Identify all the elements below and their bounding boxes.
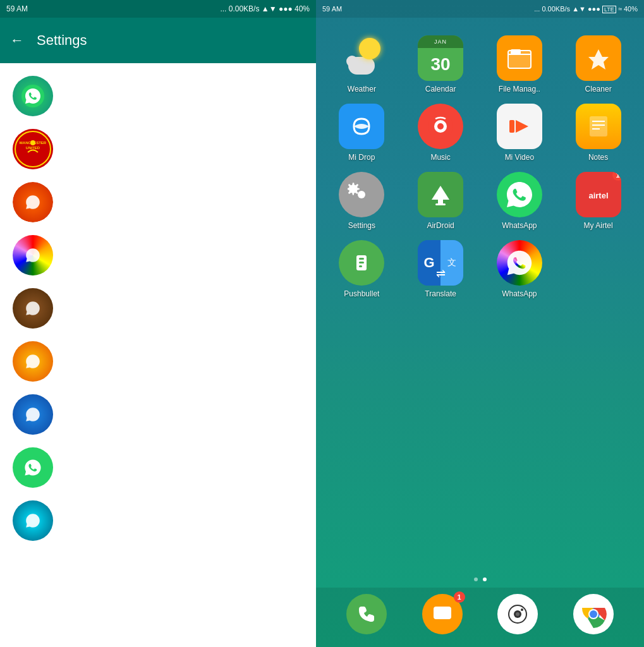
list-item[interactable] xyxy=(0,229,316,282)
app-label-filemanager: File Manag.. xyxy=(499,85,540,94)
app-item-whatsapp2[interactable]: WhatsApp xyxy=(480,235,559,303)
app-item-myairtel[interactable]: 1 airtel My Airtel xyxy=(559,167,638,235)
app-item-mivideo[interactable]: Mi Video xyxy=(480,99,559,167)
left-panel: 59 AM ... 0.00KB/s ▲▼ ●●● 40% ← Settings… xyxy=(0,0,316,647)
svg-point-4 xyxy=(30,140,35,145)
svg-point-11 xyxy=(437,123,444,130)
app-item-pushbullet[interactable]: Pushbullet xyxy=(322,235,401,303)
app-item-cleaner[interactable]: Cleaner xyxy=(559,30,638,99)
app-icon-music xyxy=(418,104,463,149)
app-icon-whatsapp2 xyxy=(497,240,542,286)
app-icon-notes xyxy=(576,104,621,149)
app-icon-yellow xyxy=(13,341,53,382)
dock-chrome[interactable] xyxy=(573,594,614,634)
network-status: ... 0.00KB/s ▲▼ ●●● LTE ≈ 40% xyxy=(534,5,638,13)
app-item-airdroid[interactable]: AirDroid xyxy=(401,167,480,235)
app-icon-viber xyxy=(13,500,53,541)
app-item-translate[interactable]: G 文 ⇌ Translate xyxy=(401,235,480,303)
app-icon-brown xyxy=(13,288,53,329)
app-item-weather[interactable]: Weather xyxy=(322,30,401,99)
svg-rect-13 xyxy=(509,120,514,133)
app-label-weather: Weather xyxy=(348,85,376,94)
dock-phone[interactable] xyxy=(346,594,387,634)
app-label-cleaner: Cleaner xyxy=(585,85,612,94)
app-icon-whatsapp1 xyxy=(497,172,542,217)
messages-badge: 1 xyxy=(454,591,465,603)
app-icon-whatsapp-top xyxy=(13,76,53,116)
svg-text:UNITED: UNITED xyxy=(26,146,40,150)
dock-messages[interactable]: 1 xyxy=(422,594,463,634)
svg-rect-20 xyxy=(438,200,443,203)
app-item-settings[interactable]: Settings xyxy=(322,167,401,235)
app-item-music[interactable]: Music xyxy=(401,99,480,167)
app-label-music: Music xyxy=(430,153,450,162)
svg-point-35 xyxy=(590,610,597,618)
list-item[interactable] xyxy=(0,176,316,229)
app-icon-midrop xyxy=(339,104,384,149)
app-icon-filemanager xyxy=(497,35,542,81)
right-panel: 59 AM ... 0.00KB/s ▲▼ ●●● LTE ≈ 40% Weat… xyxy=(316,0,644,647)
svg-marker-19 xyxy=(432,186,449,200)
app-label-calendar: Calendar xyxy=(425,85,456,94)
back-button[interactable]: ← xyxy=(10,32,24,49)
status-bar-right: 59 AM ... 0.00KB/s ▲▼ ●●● LTE ≈ 40% xyxy=(316,0,644,18)
app-item-calendar[interactable]: JAN 30 Calendar xyxy=(401,30,480,99)
list-item[interactable] xyxy=(0,441,316,494)
app-icon-cleaner xyxy=(576,35,621,81)
svg-rect-8 xyxy=(511,49,521,54)
svg-rect-27 xyxy=(434,607,451,619)
app-icon-weather xyxy=(339,35,384,81)
svg-rect-24 xyxy=(359,258,364,260)
svg-rect-14 xyxy=(590,116,607,136)
app-label-settings: Settings xyxy=(348,221,375,230)
svg-rect-25 xyxy=(359,262,364,263)
app-label-notes: Notes xyxy=(588,153,608,162)
app-icon-main-green xyxy=(13,447,53,488)
app-label-myairtel: My Airtel xyxy=(584,221,613,230)
svg-point-30 xyxy=(516,612,519,616)
app-item-midrop[interactable]: Mi Drop xyxy=(322,99,401,167)
network-left: ... 0.00KB/s ▲▼ ●●● 40% xyxy=(220,4,310,13)
list-item[interactable] xyxy=(0,282,316,335)
svg-rect-26 xyxy=(359,265,362,267)
app-icon-man-utd: MANCHESTER UNITED xyxy=(13,129,53,169)
time-right: 59 AM xyxy=(322,5,342,13)
svg-marker-12 xyxy=(516,120,528,133)
list-item[interactable] xyxy=(0,494,316,547)
svg-text:airtel: airtel xyxy=(588,191,608,200)
app-item-filemanager[interactable]: File Manag.. xyxy=(480,30,559,99)
app-label-airdroid: AirDroid xyxy=(427,221,454,230)
app-icon-pushbullet xyxy=(339,240,384,286)
app-list: MANCHESTER UNITED xyxy=(0,63,316,647)
dock-camera[interactable] xyxy=(497,594,538,634)
app-label-midrop: Mi Drop xyxy=(348,153,375,162)
app-icon-blue xyxy=(13,394,53,435)
list-item[interactable] xyxy=(0,335,316,388)
app-icon-calendar: JAN 30 xyxy=(418,35,463,81)
dot-2[interactable] xyxy=(483,577,487,581)
svg-point-31 xyxy=(521,608,523,611)
app-grid: Weather JAN 30 Calendar File Mana xyxy=(316,18,644,571)
app-icon-settings xyxy=(339,172,384,217)
svg-point-18 xyxy=(358,191,365,198)
app-item-notes[interactable]: Notes xyxy=(559,99,638,167)
app-icon-colorful xyxy=(13,235,53,275)
app-item-whatsapp1[interactable]: WhatsApp xyxy=(480,167,559,235)
list-item[interactable] xyxy=(0,70,316,123)
app-label-translate: Translate xyxy=(425,289,456,298)
app-icon-fire xyxy=(13,182,53,222)
app-label-whatsapp1: WhatsApp xyxy=(502,221,537,230)
page-dots xyxy=(316,571,644,588)
app-label-pushbullet: Pushbullet xyxy=(344,289,379,298)
dot-1[interactable] xyxy=(474,577,478,581)
app-icon-airdroid xyxy=(418,172,463,217)
list-item[interactable] xyxy=(0,388,316,441)
list-item[interactable]: MANCHESTER UNITED xyxy=(0,123,316,176)
settings-header: ← Settings xyxy=(0,18,316,63)
app-icon-mivideo xyxy=(497,104,542,149)
airtel-badge: 1 xyxy=(612,172,621,181)
app-icon-translate: G 文 ⇌ xyxy=(418,240,463,286)
app-icon-myairtel: 1 airtel xyxy=(576,172,621,217)
settings-title: Settings xyxy=(37,32,87,49)
calendar-date: 30 xyxy=(431,54,451,75)
